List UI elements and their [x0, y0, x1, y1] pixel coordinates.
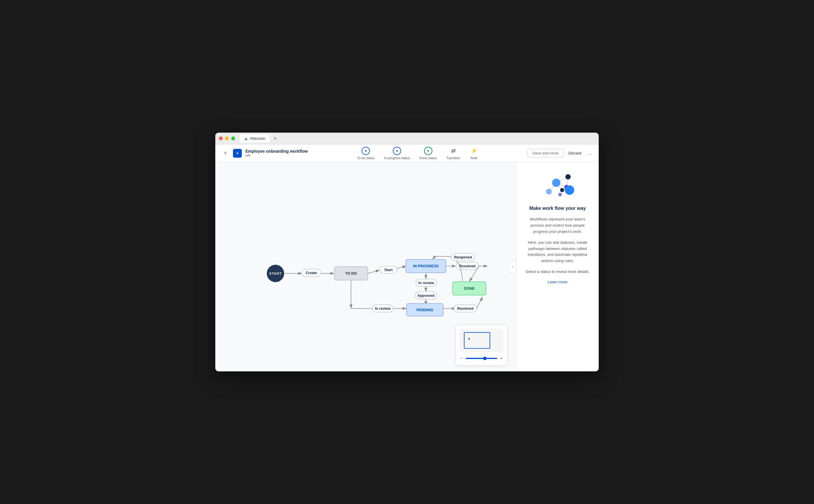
transition-label: Transition — [446, 156, 461, 160]
todo-status-icon: + — [361, 147, 370, 155]
svg-text:START: START — [269, 272, 282, 275]
done-status-label: Done status — [420, 156, 437, 160]
svg-line-7 — [368, 270, 380, 273]
panel-graphic — [540, 171, 576, 200]
todo-status-button[interactable]: + To-do status — [357, 147, 375, 160]
save-and-close-button[interactable]: Save and close — [527, 149, 564, 157]
todo-status-label: To-do status — [357, 156, 375, 160]
rule-button[interactable]: ⚡ Rule — [470, 147, 478, 160]
panel-title: Make work flow your way — [529, 205, 586, 212]
svg-text:In review: In review — [375, 307, 391, 311]
toggle-panel-button[interactable]: › — [509, 261, 516, 273]
tab-title: Atlassian — [250, 136, 265, 141]
svg-text:TO DO: TO DO — [345, 271, 357, 276]
svg-text:Create: Create — [305, 271, 317, 275]
svg-point-44 — [565, 174, 571, 179]
close-workflow-button[interactable]: × — [221, 149, 229, 157]
inprogress-status-label: In-progress status — [384, 156, 410, 160]
browser-tab[interactable]: ▲ Atlassian — [240, 134, 269, 143]
maximize-traffic-light[interactable] — [231, 136, 235, 140]
canvas-area[interactable]: › START Create — [215, 162, 516, 371]
done-status-button[interactable]: + Done status — [420, 147, 437, 160]
svg-text:IN PROGRESS: IN PROGRESS — [413, 264, 439, 268]
svg-text:In review: In review — [418, 281, 434, 285]
app-window: ▲ Atlassian + × + Employee onboarding wo… — [215, 133, 599, 371]
inprogress-status-button[interactable]: + In-progress status — [384, 147, 410, 160]
title-bar: ▲ Atlassian + — [215, 133, 599, 144]
svg-point-43 — [552, 179, 560, 187]
right-panel: Make work flow your way Workflows repres… — [516, 162, 599, 371]
app-header: × + Employee onboarding workflow HR + To… — [215, 144, 599, 162]
inprogress-status-icon: + — [393, 147, 401, 155]
toolbar: + To-do status + In-progress status + Do… — [308, 147, 527, 160]
svg-text:Resolved: Resolved — [457, 307, 473, 311]
minimap-viewport — [464, 332, 490, 349]
learn-more-link[interactable]: Learn more — [548, 280, 567, 284]
svg-point-46 — [546, 189, 552, 195]
new-tab-button[interactable]: + — [274, 136, 277, 141]
discard-button[interactable]: Discard — [568, 151, 581, 155]
panel-desc1: Workflows represent your team's process … — [524, 216, 592, 235]
transition-button[interactable]: ⇄ Transition — [446, 147, 461, 160]
svg-line-36 — [477, 297, 483, 309]
svg-point-48 — [565, 185, 574, 195]
panel-desc3: Select a status to reveal more details. — [526, 269, 590, 275]
minimap-view — [460, 329, 504, 352]
header-left: × + Employee onboarding workflow HR — [221, 149, 308, 158]
transition-icon: ⇄ — [449, 147, 458, 155]
atlassian-icon: ▲ — [244, 136, 248, 141]
zoom-in-button[interactable]: + — [500, 355, 504, 362]
svg-text:Resolved: Resolved — [459, 264, 476, 268]
minimize-traffic-light[interactable] — [225, 136, 229, 140]
workflow-subtitle: HR — [245, 154, 308, 158]
minimap: − + — [456, 325, 507, 365]
svg-point-49 — [558, 193, 562, 196]
zoom-thumb — [483, 357, 487, 360]
panel-desc2: Here, you can add statuses, create pathw… — [524, 240, 592, 264]
svg-text:PENDING: PENDING — [417, 308, 433, 312]
svg-text:DONE: DONE — [464, 286, 475, 291]
done-status-icon: + — [424, 147, 433, 155]
zoom-out-button[interactable]: − — [460, 355, 463, 362]
svg-point-47 — [560, 188, 564, 192]
workflow-info: Employee onboarding workflow HR — [245, 149, 308, 158]
close-traffic-light[interactable] — [219, 136, 223, 140]
minimap-dot — [468, 338, 470, 340]
more-options-button[interactable]: ... — [586, 149, 593, 157]
rule-label: Rule — [471, 156, 478, 160]
svg-text:Start: Start — [384, 268, 392, 272]
workflow-title: Employee onboarding workflow — [245, 149, 308, 154]
zoom-slider[interactable] — [466, 358, 497, 359]
header-right: Save and close Discard ... — [527, 149, 593, 157]
minimap-zoom: − + — [460, 355, 504, 362]
main-content: › START Create — [215, 162, 599, 371]
workflow-icon: + — [233, 149, 242, 158]
svg-text:Reopened: Reopened — [454, 255, 472, 259]
svg-text:Approved: Approved — [417, 294, 435, 298]
svg-line-10 — [397, 266, 407, 269]
rule-icon: ⚡ — [470, 147, 478, 155]
